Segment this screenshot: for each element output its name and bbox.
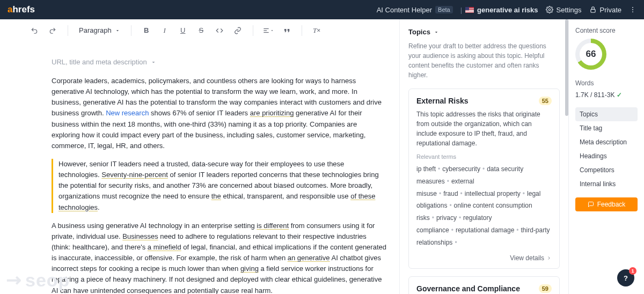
nav-item-meta description[interactable]: Meta description <box>575 135 638 149</box>
topic-card: Governance and Compliance 59 This topic … <box>408 276 560 294</box>
nav-item-headings[interactable]: Headings <box>575 149 638 163</box>
view-details-button[interactable]: View details <box>416 254 552 262</box>
scrollbar[interactable] <box>564 19 568 294</box>
topic-terms: ip theft•cybersecurity•data security mea… <box>416 163 552 249</box>
score-label: Content score <box>575 27 638 34</box>
notification-badge: 1 <box>629 267 636 275</box>
quote-icon <box>283 27 290 34</box>
block-style-select[interactable]: Paragraph <box>76 26 123 34</box>
url-meta-toggle[interactable]: URL, title and meta description <box>52 42 386 76</box>
undo-button[interactable] <box>27 23 42 38</box>
content-score-value: 66 <box>580 43 602 65</box>
svg-rect-1 <box>590 9 595 12</box>
more-menu[interactable] <box>629 6 636 13</box>
redo-icon <box>49 27 56 34</box>
content-score-gauge: 66 <box>575 39 606 70</box>
nav-item-title tag[interactable]: Title tag <box>575 121 638 135</box>
callout: However, senior IT leaders need a truste… <box>52 159 386 213</box>
logo[interactable]: ahrefs <box>8 4 35 15</box>
help-fab[interactable]: ? 1 <box>617 269 634 286</box>
lock-icon <box>589 6 597 13</box>
bold-button[interactable]: B <box>139 23 154 38</box>
underline-button[interactable]: U <box>175 23 191 38</box>
settings-button[interactable]: Settings <box>546 6 582 14</box>
nav-item-topics[interactable]: Topics <box>575 107 638 121</box>
align-icon <box>262 27 270 34</box>
right-rail: Content score 66 Words 1.7K / 811-3K ✓ T… <box>569 19 644 294</box>
quote-button[interactable] <box>279 23 294 38</box>
code-button[interactable] <box>212 23 227 38</box>
check-icon: ✓ <box>617 91 622 99</box>
feedback-button[interactable]: Feedback <box>575 197 638 211</box>
chevron-right-icon <box>546 255 552 261</box>
svg-point-3 <box>632 9 633 10</box>
gear-icon <box>546 6 553 13</box>
product-label: AI Content Helper <box>377 6 432 14</box>
product-name[interactable]: AI Content Helper Beta <box>377 6 453 14</box>
topic-desc: This topic addresses the risks that orig… <box>416 109 552 148</box>
topic-card: External Risks 55 This topic addresses t… <box>408 89 560 269</box>
topics-panel: Topics Refine your draft to better addre… <box>399 19 569 294</box>
editor-column: Paragraph B I U S T✕ URL, title and meta… <box>0 19 399 294</box>
paragraph: Corporate leaders, academics, policymake… <box>52 76 386 151</box>
chevron-down-icon <box>150 59 157 65</box>
editor-content[interactable]: Corporate leaders, academics, policymake… <box>52 76 386 294</box>
svg-point-2 <box>632 7 633 8</box>
flag-us-icon <box>465 7 474 13</box>
paragraph: A business using generative AI technolog… <box>52 220 386 294</box>
topics-dropdown[interactable]: Topics <box>408 28 560 36</box>
relevant-terms-label: Relevant terms <box>416 153 552 160</box>
undo-icon <box>31 27 38 34</box>
topic-score-badge: 59 <box>539 284 552 293</box>
private-button[interactable]: Private <box>589 6 621 14</box>
chat-icon <box>588 201 594 208</box>
topic-title: External Risks <box>416 97 469 105</box>
chevron-down-icon <box>115 28 120 33</box>
svg-point-4 <box>632 11 633 12</box>
topic-title: Governance and Compliance <box>416 284 520 293</box>
topics-intro: Refine your draft to better address the … <box>408 41 560 80</box>
beta-badge: Beta <box>435 6 453 13</box>
doc-title-text: generative ai risks <box>477 6 538 14</box>
topic-score-badge: 55 <box>539 97 552 105</box>
redo-button[interactable] <box>45 23 60 38</box>
link-button[interactable] <box>230 23 245 38</box>
clear-format-button[interactable]: T✕ <box>310 23 325 38</box>
kebab-icon <box>629 6 636 13</box>
link[interactable]: New research <box>106 109 149 117</box>
nav-item-internal links[interactable]: Internal links <box>575 177 638 191</box>
nav-item-competitors[interactable]: Competitors <box>575 163 638 177</box>
section-nav: TopicsTitle tagMeta descriptionHeadingsC… <box>575 107 638 191</box>
link-icon <box>234 27 241 34</box>
editor-toolbar: Paragraph B I U S T✕ <box>11 19 386 42</box>
doc-title[interactable]: | generative ai risks <box>460 6 538 14</box>
code-icon <box>216 27 223 34</box>
words-label: Words <box>575 79 638 87</box>
strike-button[interactable]: S <box>194 23 209 38</box>
align-button[interactable] <box>261 23 276 38</box>
svg-point-0 <box>548 9 551 11</box>
italic-button[interactable]: I <box>157 23 172 38</box>
chevron-down-icon <box>434 30 439 35</box>
top-bar: ahrefs AI Content Helper Beta | generati… <box>0 0 644 19</box>
paragraph: However, senior IT leaders need a truste… <box>58 159 386 213</box>
words-value: 1.7K / 811-3K ✓ <box>575 91 638 99</box>
